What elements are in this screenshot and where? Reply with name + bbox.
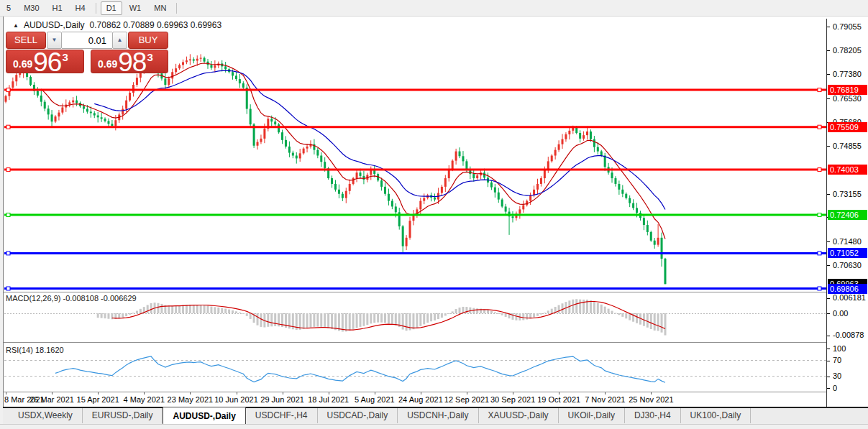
axis-tick-mark [827, 241, 830, 242]
axis-tick-mark [827, 349, 830, 349]
toolbar-separator [176, 3, 177, 14]
chart-tab-bar: USDX,WeeklyEURUSD-,DailyAUDUSD-,DailyUSD… [3, 408, 868, 424]
date-tick-mark [283, 392, 283, 395]
date-axis-label: 10 Jun 2021 [214, 395, 258, 404]
volume-input[interactable] [62, 32, 112, 49]
timeframe-button-5[interactable]: 5 [1, 1, 17, 15]
line-handle[interactable] [6, 125, 10, 129]
chart-ohlc-values: 0.70862 0.70889 0.69963 0.69963 [90, 20, 222, 30]
chart-symbol-label: AUDUSD-,Daily [24, 20, 85, 30]
axis-tick-mark [827, 361, 830, 361]
axis-tick-mark [827, 146, 830, 147]
date-tick-mark [421, 392, 421, 395]
timeframe-button-h4[interactable]: H4 [70, 1, 91, 15]
macd-axis-max: 0.006181 [833, 293, 866, 302]
date-tick-mark [513, 392, 513, 395]
timeframe-button-d1[interactable]: D1 [101, 1, 122, 15]
volume-stepper: ▼ ▲ [47, 32, 127, 49]
date-tick-mark [52, 392, 52, 395]
pane-separator[interactable] [4, 292, 826, 292]
date-axis-label: 18 Jul 2021 [308, 395, 349, 404]
volume-decrease-button[interactable]: ▼ [47, 32, 62, 49]
volume-increase-button[interactable]: ▲ [112, 32, 127, 49]
pane-separator[interactable] [4, 342, 826, 343]
price-axis[interactable]: 0.006181 0.00 -0.00878 100 70 30 0 0.790… [826, 19, 868, 407]
level-price-tag: 0.75509 [828, 122, 867, 132]
line-handle[interactable] [6, 168, 10, 172]
tab-usdcad-daily[interactable]: USDCAD-,Daily [318, 408, 398, 423]
buy-button[interactable]: BUY [128, 32, 168, 49]
axis-tick-mark [827, 74, 830, 75]
sell-price-sup: 3 [62, 51, 68, 63]
price-axis-tick-label: 0.79055 [833, 22, 862, 31]
level-price-tag: 0.71052 [828, 248, 867, 258]
tab-eurusd-daily[interactable]: EURUSD-,Daily [83, 408, 163, 423]
date-tick-mark [559, 392, 559, 395]
line-handle[interactable] [6, 252, 10, 255]
line-handle[interactable] [818, 252, 821, 255]
tab-usdchf-h4[interactable]: USDCHF-,H4 [246, 408, 318, 423]
tab-dj30-h4[interactable]: DJ30-,H4 [625, 408, 681, 423]
date-tick-mark [237, 392, 237, 395]
timeframe-button-h1[interactable]: H1 [47, 1, 68, 15]
tab-audusd-daily[interactable]: AUDUSD-,Daily [163, 407, 245, 425]
date-tick-mark [467, 392, 467, 395]
date-tick-mark [6, 392, 6, 395]
rsi-axis-70: 70 [833, 356, 841, 364]
timeframe-button-w1[interactable]: W1 [124, 1, 147, 15]
sell-button[interactable]: SELL [6, 32, 46, 49]
price-axis-tick-label: 0.70630 [833, 261, 862, 269]
date-axis[interactable]: 8 Mar 202126 Mar 202115 Apr 20214 May 20… [4, 392, 826, 407]
axis-tick-mark [827, 265, 830, 266]
line-handle[interactable] [818, 287, 821, 290]
date-axis-label: 19 Oct 2021 [537, 395, 580, 404]
axis-tick-mark [827, 27, 830, 27]
axis-tick-mark [827, 194, 830, 195]
macd-label: MACD(12,26,9) -0.008108 -0.006629 [6, 294, 137, 303]
tab-usdcnh-daily[interactable]: USDCNH-,Daily [398, 408, 478, 423]
level-price-tag: 0.69806 [828, 284, 867, 294]
tab-ukoil-daily[interactable]: UKOil-,Daily [559, 408, 625, 423]
timeframe-button-mn[interactable]: MN [148, 1, 172, 15]
line-handle[interactable] [818, 213, 821, 217]
buy-price-box[interactable]: 0.69 98 3 [91, 50, 168, 73]
date-axis-label: 24 Aug 2021 [398, 395, 443, 404]
sell-price-big: 96 [33, 52, 61, 73]
axis-tick-mark [827, 98, 830, 99]
price-axis-tick-label: 0.73155 [833, 190, 862, 198]
rsi-indicator-pane [4, 343, 826, 391]
line-handle[interactable] [818, 88, 821, 92]
line-handle[interactable] [6, 213, 10, 217]
chart-object-icon: ▲ [13, 22, 19, 29]
tab-usdx-weekly[interactable]: USDX,Weekly [9, 408, 83, 423]
date-tick-mark [651, 392, 652, 395]
timeframe-toolbar: 5M30H1H4D1W1MN [0, 0, 868, 17]
line-handle[interactable] [818, 125, 821, 129]
date-axis-label: 12 Sep 2021 [444, 395, 489, 404]
tab-xauusd-daily[interactable]: XAUUSD-,Daily [479, 408, 559, 423]
price-axis-tick-label: 0.76530 [833, 94, 862, 103]
date-axis-label: 5 Aug 2021 [355, 395, 395, 404]
price-axis-tick-label: 0.78205 [833, 46, 862, 55]
buy-price-prefix: 0.69 [98, 58, 117, 70]
date-axis-label: 26 Mar 2021 [29, 395, 74, 404]
axis-tick-mark [827, 313, 830, 314]
date-axis-label: 23 May 2021 [168, 395, 214, 404]
date-tick-mark [144, 392, 145, 395]
line-handle[interactable] [6, 88, 10, 92]
line-handle[interactable] [6, 287, 10, 290]
sell-price-box[interactable]: 0.69 96 3 [6, 50, 84, 73]
date-axis-label: 7 Nov 2021 [585, 395, 625, 404]
axis-tick-mark [827, 388, 830, 389]
buy-price-sup: 3 [147, 51, 152, 63]
rsi-label: RSI(14) 18.1620 [6, 346, 64, 354]
line-handle[interactable] [818, 168, 821, 172]
axis-tick-mark [827, 377, 830, 377]
timeframe-button-m30[interactable]: M30 [18, 1, 45, 15]
price-axis-tick-label: 0.77380 [833, 70, 862, 78]
tab-uk100-daily[interactable]: UK100-,Daily [681, 408, 751, 423]
status-strip [0, 424, 868, 429]
toolbar-separator [96, 3, 96, 14]
date-axis-label: 4 May 2021 [124, 395, 165, 404]
date-tick-mark [98, 392, 99, 395]
